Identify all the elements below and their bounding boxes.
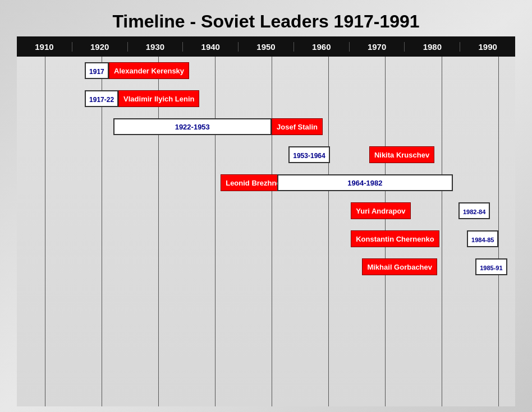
leader-name-2: Josef Stalin	[272, 118, 323, 135]
leader-label-0: 1917	[85, 62, 109, 79]
leader-name-3: Nikita Kruschev	[369, 146, 434, 163]
page-container: Timeline - Soviet Leaders 1917-1991 1910…	[0, 0, 532, 412]
leader-span-4: 1964-1982	[277, 174, 453, 191]
timeline-header: 191019201930194019501960197019801990	[17, 36, 515, 57]
leader-label-7: 1985-91	[475, 258, 507, 275]
leader-name-5: Yuri Andrapov	[351, 202, 410, 219]
decade-label-1930: 1930	[128, 42, 184, 52]
leader-name-0: Alexander Kerensky	[109, 62, 189, 79]
decade-label-1950: 1950	[239, 42, 294, 52]
decade-label-1960: 1960	[294, 42, 350, 52]
vline-1910	[45, 57, 45, 406]
timeline-body: 1917Alexander Kerensky1917-22Vladimir Il…	[17, 57, 515, 406]
leader-span-2: 1922-1953	[113, 118, 272, 135]
leader-name-6: Konstantin Chernenko	[351, 230, 439, 247]
decade-label-1980: 1980	[405, 42, 460, 52]
decade-label-1920: 1920	[72, 42, 128, 52]
vline-1980	[442, 57, 442, 406]
vline-1960	[328, 57, 329, 406]
decade-label-1910: 1910	[17, 42, 72, 52]
decade-label-1990: 1990	[460, 42, 515, 52]
vline-1930	[158, 57, 159, 406]
decade-label-1940: 1940	[183, 42, 239, 52]
leader-label-3: 1953-1964	[288, 146, 329, 163]
decade-label-1970: 1970	[350, 42, 405, 52]
leader-name-7: Mikhail Gorbachev	[362, 258, 437, 275]
leader-label-6: 1984-85	[467, 230, 498, 247]
vline-1920	[102, 57, 102, 406]
page-title: Timeline - Soviet Leaders 1917-1991	[11, 6, 521, 36]
leader-label-5: 1982-84	[458, 202, 490, 219]
vline-1940	[215, 57, 215, 406]
leader-name-1: Vladimir Ilyich Lenin	[118, 90, 199, 107]
vline-1950	[272, 57, 272, 406]
leader-label-1: 1917-22	[85, 90, 118, 107]
